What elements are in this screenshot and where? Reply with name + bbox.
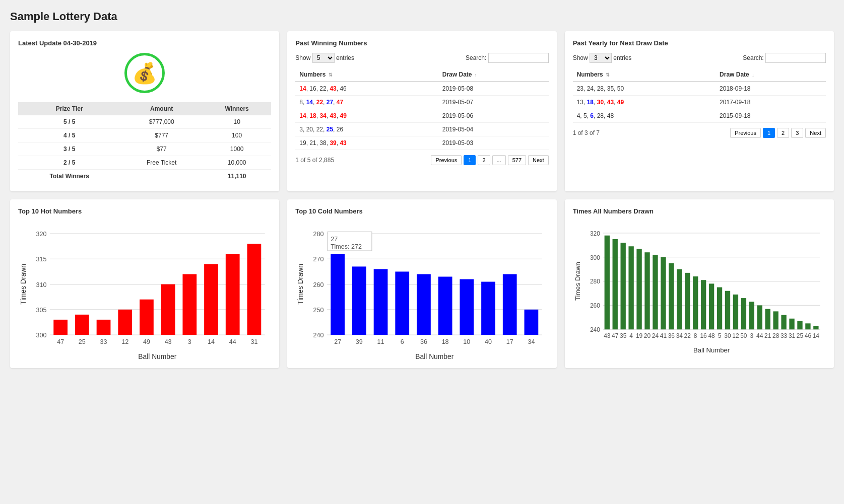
page-577-button[interactable]: 577 <box>508 155 526 165</box>
yearly-numbers-cell: 23, 24, 28, 35, 50 <box>573 82 716 96</box>
svg-rect-44 <box>352 266 366 335</box>
svg-rect-83 <box>628 246 633 329</box>
svg-rect-103 <box>709 283 714 329</box>
hot-chart-svg: 3003053103153204725331249433144431Times … <box>18 221 271 360</box>
svg-text:27: 27 <box>334 338 341 345</box>
past-winning-pager-info: 1 of 5 of 2,885 <box>295 157 334 164</box>
prev-button[interactable]: Previous <box>431 155 462 165</box>
yearly-date-header: Draw Date ↓ <box>716 68 826 82</box>
prize-cell: 2 / 5 <box>18 156 120 170</box>
yearly-page-3-button[interactable]: 3 <box>791 128 803 138</box>
past-yearly-pagination: Previous 1 2 3 Next <box>730 128 826 138</box>
svg-rect-26 <box>226 254 240 335</box>
svg-rect-46 <box>374 269 388 335</box>
page-1-button[interactable]: 1 <box>464 155 476 165</box>
past-winning-row: 3, 20, 22, 25, 262019-05-04 <box>295 123 548 136</box>
svg-text:43: 43 <box>604 332 611 339</box>
page-2-button[interactable]: 2 <box>478 155 490 165</box>
svg-text:19: 19 <box>636 332 643 339</box>
svg-text:17: 17 <box>506 338 513 345</box>
svg-text:31: 31 <box>789 332 796 339</box>
svg-text:30: 30 <box>724 332 731 339</box>
sort-date-icon: ↑ <box>475 73 477 78</box>
svg-rect-42 <box>331 254 345 335</box>
show-select[interactable]: 51025 <box>312 53 335 63</box>
page-title: Sample Lottery Data <box>10 10 834 23</box>
latest-update-title: Latest Update 04-30-2019 <box>18 39 271 47</box>
search-input[interactable] <box>488 53 549 63</box>
search-label: Search: <box>466 54 549 61</box>
yearly-row: 4, 5, 6, 28, 482015-09-18 <box>573 109 826 123</box>
show-entries-left: Show 51025 entries <box>295 53 354 63</box>
svg-rect-97 <box>685 273 690 329</box>
svg-rect-95 <box>677 269 682 330</box>
svg-rect-81 <box>620 243 625 329</box>
svg-rect-22 <box>182 274 197 335</box>
svg-rect-85 <box>636 249 641 329</box>
svg-text:33: 33 <box>781 332 788 339</box>
svg-text:49: 49 <box>143 338 150 345</box>
svg-rect-28 <box>247 244 262 335</box>
svg-text:12: 12 <box>732 332 739 339</box>
yearly-numbers-cell: 13, 18, 30, 43, 49 <box>573 96 716 109</box>
show-select-yearly[interactable]: 3510 <box>590 53 612 63</box>
cold-chart-svg: 2402502602702802739116361810401734Times … <box>295 221 548 360</box>
svg-text:315: 315 <box>36 256 47 263</box>
svg-rect-105 <box>717 287 722 330</box>
date-cell: 2019-05-07 <box>438 96 549 109</box>
show-label: Show 51025 entries <box>295 54 354 61</box>
svg-text:34: 34 <box>528 338 535 345</box>
svg-text:260: 260 <box>590 302 600 309</box>
past-yearly-title: Past Yearly for Next Draw Date <box>573 39 826 47</box>
numbers-cell: 14, 18, 34, 43, 49 <box>295 109 438 123</box>
svg-text:24: 24 <box>652 332 659 339</box>
svg-rect-18 <box>140 300 154 335</box>
svg-rect-115 <box>757 305 762 329</box>
all-numbers-card: Times All Numbers Drawn 2402602803003204… <box>565 199 834 368</box>
svg-rect-91 <box>661 257 666 330</box>
all-chart-area: 2402602803003204347354192024413634228164… <box>573 221 826 353</box>
svg-rect-109 <box>733 295 738 329</box>
prize-cell <box>120 170 203 183</box>
date-cell: 2019-05-06 <box>438 109 549 123</box>
svg-rect-125 <box>797 321 802 330</box>
yearly-date-cell: 2017-09-18 <box>716 96 826 109</box>
svg-text:280: 280 <box>313 231 324 238</box>
winners-header: Winners <box>203 102 271 115</box>
past-yearly-table: Numbers ⇅ Draw Date ↓ 23, 24, 28, 35, 50… <box>573 68 826 123</box>
ellipsis-button: ... <box>492 155 506 165</box>
svg-text:6: 6 <box>401 338 404 345</box>
prize-cell: 11,110 <box>203 170 271 183</box>
prize-cell: Free Ticket <box>120 156 203 170</box>
svg-text:8: 8 <box>694 332 697 339</box>
svg-text:320: 320 <box>36 231 47 238</box>
svg-text:4: 4 <box>629 332 633 339</box>
yearly-page-2-button[interactable]: 2 <box>777 128 789 138</box>
numbers-cell: 8, 14, 22, 27, 47 <box>295 96 438 109</box>
svg-text:36: 36 <box>668 332 675 339</box>
svg-rect-60 <box>525 310 539 335</box>
svg-rect-89 <box>653 255 658 329</box>
svg-rect-87 <box>644 252 650 329</box>
next-button[interactable]: Next <box>528 155 549 165</box>
svg-rect-56 <box>481 282 495 335</box>
svg-text:Ball Number: Ball Number <box>693 346 730 353</box>
svg-text:47: 47 <box>57 338 64 345</box>
svg-text:300: 300 <box>36 332 47 339</box>
yearly-next-button[interactable]: Next <box>805 128 826 138</box>
yearly-page-1-button[interactable]: 1 <box>763 128 775 138</box>
search-input-yearly[interactable] <box>765 53 826 63</box>
prize-cell: $77 <box>120 142 203 156</box>
svg-text:50: 50 <box>740 332 747 339</box>
prize-row: 3 / 5$771000 <box>18 142 271 156</box>
yearly-prev-button[interactable]: Previous <box>730 128 761 138</box>
prize-cell: $777,000 <box>120 115 203 129</box>
latest-update-card: Latest Update 04-30-2019 💰 Prize Tier Am… <box>10 31 279 191</box>
svg-text:Times Drawn: Times Drawn <box>574 262 581 301</box>
search-label-yearly: Search: <box>743 54 826 61</box>
svg-text:280: 280 <box>590 278 600 285</box>
svg-text:40: 40 <box>485 338 492 345</box>
svg-rect-24 <box>204 264 218 335</box>
svg-text:240: 240 <box>590 326 600 333</box>
prize-cell: $777 <box>120 129 203 142</box>
